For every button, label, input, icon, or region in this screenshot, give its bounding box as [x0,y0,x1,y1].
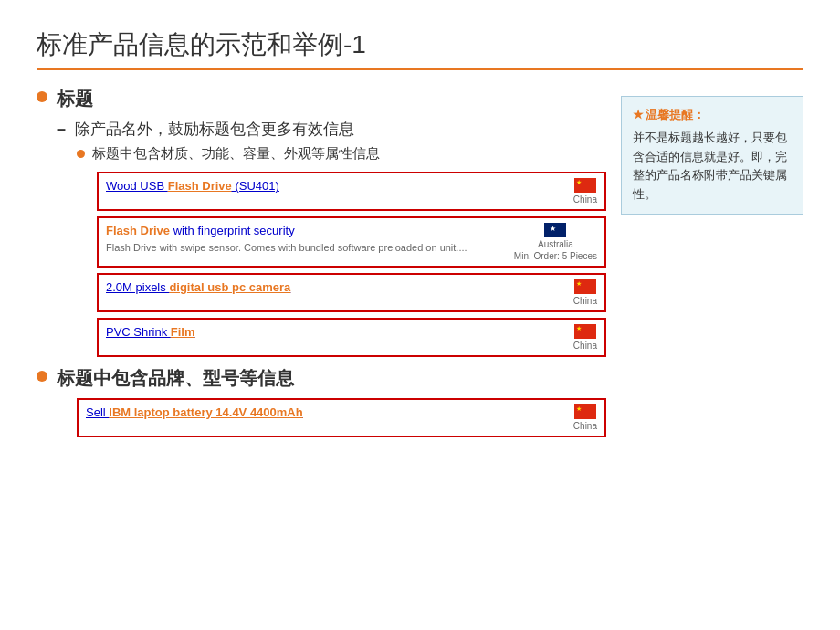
product-card-3: 2.0M pixels digital usb pc camera China [97,273,606,312]
flag-label-2: Australia [538,239,573,249]
title-bold-2: Flash Drive [106,224,170,237]
product-card-left-1: Wood USB Flash Drive (SU401) [106,178,564,194]
bullet-section1: 标题 [37,87,606,111]
title-bold-3: digital usb pc camera [169,280,290,294]
flag-china-3 [574,279,596,294]
flag-australia-2 [544,223,566,237]
title-plain-1: Wood USB [106,179,168,193]
title-bold-4: Film [171,325,195,339]
section1-label: 标题 [57,87,93,111]
tip-title: ★温馨提醒： [633,106,792,125]
slide: 标准产品信息的示范和举例-1 标题 – 除产品名外，鼓励标题包含更多有效信息 标… [0,0,840,630]
product-card-left-3: 2.0M pixels digital usb pc camera [106,279,564,296]
content-area: 标题 – 除产品名外，鼓励标题包含更多有效信息 标题中包含材质、功能、容量、外观… [37,87,803,446]
product-card-5: Sell IBM laptop battery 14.4V 4400mAh Ch… [77,398,606,437]
bullet-level3-1: 标题中包含材质、功能、容量、外观等属性信息 [77,145,606,163]
product-card-right-3: China [573,279,597,306]
sub1-label: 除产品名外，鼓励标题包含更多有效信息 [75,119,354,140]
product-card-4: PVC Shrink Film China [97,318,606,357]
main-content: 标题 – 除产品名外，鼓励标题包含更多有效信息 标题中包含材质、功能、容量、外观… [37,87,606,446]
sub-items-1: – 除产品名外，鼓励标题包含更多有效信息 标题中包含材质、功能、容量、外观等属性… [57,119,606,357]
product-card-1: Wood USB Flash Drive (SU401) China [97,172,606,211]
flag-china-1 [574,178,596,193]
bullet-dot-1 [37,91,47,102]
flag-label-1: China [573,194,597,205]
flag-china-4 [574,324,596,339]
bullet-dot-small-1 [77,150,85,158]
product-card-right-4: China [573,324,597,351]
product-title-4[interactable]: PVC Shrink Film [106,324,564,341]
product-card-left-5: Sell IBM laptop battery 14.4V 4400mAh [86,404,564,421]
title-plain-4: PVC Shrink [106,325,171,339]
title-plain-5: Sell [86,405,109,419]
title-suffix-2: with fingerprint security [170,224,295,237]
bullet-level2-1: – 除产品名外，鼓励标题包含更多有效信息 [57,119,606,140]
product-title-3[interactable]: 2.0M pixels digital usb pc camera [106,279,564,296]
tip-box: ★温馨提醒： 并不是标题越长越好，只要包含合适的信息就是好。即，完整的产品名称附… [621,96,803,215]
product-cards-group1: Wood USB Flash Drive (SU401) China Flas [97,172,606,357]
product-card-left-2: Flash Drive with fingerprint security Fl… [106,223,505,256]
min-order-2: Min. Order: 5 Pieces [514,251,597,261]
title-bar: 标准产品信息的示范和举例-1 [37,27,803,70]
product-cards-group2: Sell IBM laptop battery 14.4V 4400mAh Ch… [77,398,606,437]
flag-label-3: China [573,296,597,306]
flag-label-4: China [573,341,597,351]
tip-body: 并不是标题越长越好，只要包含合适的信息就是好。即，完整的产品名称附带产品关键属性… [633,129,792,205]
product-card-right-2: Australia Min. Order: 5 Pieces [514,223,597,261]
product-desc-2: Flash Drive with swipe sensor. Comes wit… [106,241,505,255]
product-card-left-4: PVC Shrink Film [106,324,564,341]
product-card-right-5: China [573,404,597,431]
tip-star: ★ [633,108,644,121]
product-card-right-1: China [573,178,597,205]
product-title-2[interactable]: Flash Drive with fingerprint security [106,223,505,239]
title-plain-3: 2.0M pixels [106,280,169,294]
product-title-1[interactable]: Wood USB Flash Drive (SU401) [106,178,564,194]
product-title-5[interactable]: Sell IBM laptop battery 14.4V 4400mAh [86,404,564,421]
sub2-label: 标题中包含材质、功能、容量、外观等属性信息 [92,145,380,163]
bullet-dot-2 [37,371,47,382]
slide-title: 标准产品信息的示范和举例-1 [37,27,803,62]
flag-china-5 [574,404,596,419]
dash-icon-1: – [57,120,66,139]
tip-title-text: 温馨提醒： [646,108,705,121]
title-bold-1: Flash Drive [168,179,232,193]
section2-label: 标题中包含品牌、型号等信息 [57,366,294,391]
title-suffix-1: (SU401) [232,179,279,193]
bullet-section2: 标题中包含品牌、型号等信息 [37,366,606,391]
flag-label-5: China [573,421,597,431]
product-card-2: Flash Drive with fingerprint security Fl… [97,216,606,268]
title-bold-5: IBM laptop battery 14.4V 4400mAh [109,405,302,419]
